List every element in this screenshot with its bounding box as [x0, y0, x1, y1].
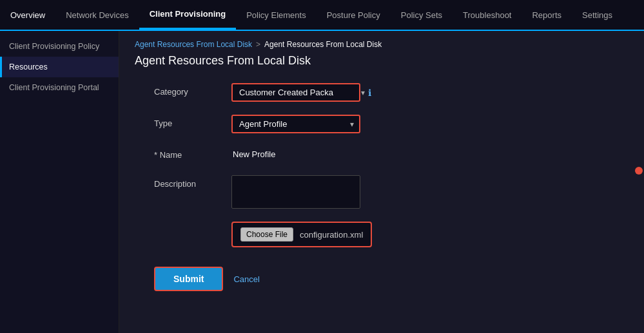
submit-button[interactable]: Submit [154, 267, 223, 291]
category-row: Category Customer Created Packa ▾ ℹ [154, 83, 496, 102]
type-label: Type [154, 115, 231, 128]
nav-overview[interactable]: Overview [0, 0, 55, 30]
nav-client-provisioning[interactable]: Client Provisioning [139, 0, 236, 30]
category-info-icon[interactable]: ℹ [368, 88, 371, 98]
nav-policy-elements[interactable]: Policy Elements [236, 0, 316, 30]
description-label: Description [154, 175, 231, 189]
nav-troubleshoot[interactable]: Troubleshoot [453, 0, 522, 30]
notification-dot [635, 167, 643, 175]
form-section: Category Customer Created Packa ▾ ℹ Type… [135, 83, 496, 247]
category-select[interactable]: Customer Created Packa [231, 83, 360, 102]
name-value: New Profile [231, 146, 277, 162]
type-select-wrapper: Agent Profile ▾ [231, 115, 360, 133]
nav-settings[interactable]: Settings [572, 0, 623, 30]
nav-policy-sets[interactable]: Policy Sets [391, 0, 453, 30]
sidebar: Client Provisioning Policy Resources Cli… [0, 31, 119, 333]
main-content: Agent Resources From Local Disk > Agent … [119, 31, 644, 333]
sidebar-item-client-provisioning-portal[interactable]: Client Provisioning Portal [0, 77, 119, 98]
nav-reports[interactable]: Reports [522, 0, 572, 30]
choose-file-button[interactable]: Choose File [240, 227, 293, 242]
nav-posture-policy[interactable]: Posture Policy [317, 0, 391, 30]
breadcrumb: Agent Resources From Local Disk > Agent … [135, 40, 629, 49]
file-name-display: configuration.xml [300, 230, 363, 240]
category-label: Category [154, 83, 231, 97]
description-textarea[interactable] [231, 175, 360, 209]
category-select-wrapper: Customer Created Packa ▾ ℹ [231, 83, 371, 102]
description-row: Description [154, 175, 496, 209]
breadcrumb-link[interactable]: Agent Resources From Local Disk [135, 40, 252, 49]
file-input-wrapper: Choose File configuration.xml [231, 222, 372, 247]
breadcrumb-current: Agent Resources From Local Disk [264, 40, 382, 49]
cancel-link[interactable]: Cancel [233, 274, 259, 284]
file-row: Choose File configuration.xml [154, 222, 496, 247]
type-row: Type Agent Profile ▾ [154, 115, 496, 133]
category-chevron-icon: ▾ [361, 88, 365, 97]
action-row: Submit Cancel [135, 267, 629, 291]
file-label [154, 222, 231, 225]
breadcrumb-separator: > [256, 40, 260, 49]
top-navigation: Overview Network Devices Client Provisio… [0, 0, 644, 31]
sidebar-item-client-provisioning-policy[interactable]: Client Provisioning Policy [0, 36, 119, 57]
body-layout: Client Provisioning Policy Resources Cli… [0, 31, 644, 333]
name-label: * Name [154, 146, 231, 160]
nav-network-devices[interactable]: Network Devices [55, 0, 139, 30]
name-row: * Name New Profile [154, 146, 496, 162]
type-select[interactable]: Agent Profile [231, 115, 360, 133]
sidebar-item-resources[interactable]: Resources [0, 57, 119, 77]
page-title: Agent Resources From Local Disk [135, 54, 629, 68]
